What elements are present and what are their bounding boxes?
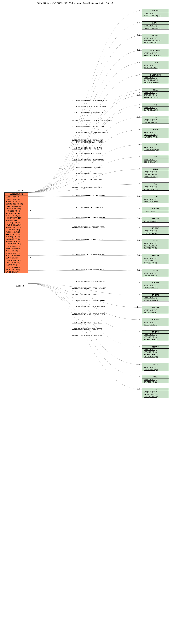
entity-field: APPLK [CHAR (1)]	[142, 351, 169, 353]
relationship-label: VVOZINSSUMFN-VBUND = T880-RCOMP	[72, 186, 103, 188]
entity-title: TTXJ	[142, 388, 169, 391]
entity-but0bk: BUT0BKMANDT [CLNT (3)]PARTNER [CHAR (10)…	[142, 34, 169, 44]
relationship-label: VVOZINSSUMFN-EMGPA = BUT000-PARTNER	[72, 100, 107, 101]
relationship-label: VVOZINSSUMFN-IKEY = TFK056A-IKEY	[72, 294, 102, 295]
relationship-label: VVOZINSSUMFN-GSBER = TGSB-GSBER	[72, 322, 103, 324]
entity-title: TFK001P	[142, 227, 169, 230]
entity-title: T036	[142, 155, 169, 158]
relationship-label: VVOZINSSUMFN-SPART = TSPA-SPART	[72, 328, 102, 330]
entity-t007a: T007AMANDT [CLNT (3)]KALSM [CHAR (6)]MWS…	[142, 128, 169, 138]
entity-title: J_1BBRANCH	[142, 74, 169, 76]
entity-field: SPERZ [CHAR (1)]	[4, 247, 28, 250]
entity-tfk056a: TFK056AMANDT [CLNT (3)]IKEY [CHAR (2)]	[142, 306, 169, 314]
entity-t880: T880MANDT [CLNT (3)]RCOMP [CHAR (6)]	[142, 182, 169, 190]
entity-title: T005	[142, 116, 169, 119]
entity-tfk047a: TFK047AMANDT [CLNT (3)]MAHNV [CHAR (2)]	[142, 281, 169, 289]
entity-field: STRKZ [CHAR (2)]	[4, 268, 28, 271]
entity-title: T880	[142, 183, 169, 186]
relationship-label: VVOZINSSUMFN-VKONT = FKKVK-VKONT	[72, 126, 104, 127]
entity-field: TXJCD [CHAR (15)]	[142, 396, 169, 398]
entity-field: MANDT [CLNT (3)]	[142, 348, 169, 351]
entity-field: MANDT [CLNT (3)]	[142, 158, 169, 161]
entity-field: MAHNV [CHAR (2)]	[4, 238, 28, 240]
cardinality-label: 0..N	[137, 49, 140, 51]
cardinality-label: 0..N	[28, 210, 31, 212]
entity-t059q: T059QMANDT [CLNT (3)]LAND1 [CHAR (3)]QSS…	[142, 168, 169, 178]
entity-field: MANDT [CLNT (3)]	[142, 230, 169, 232]
entity-tfk000k: TFK000KKONTT [CHAR (2)]	[142, 207, 169, 213]
entity-field: BKVID [CHAR (4)]	[142, 42, 169, 44]
entity-title: BUT000	[142, 22, 169, 25]
entity-field: RCOMP [CHAR (6)]	[142, 188, 169, 190]
entity-field: BUPLA [CHAR (4)]	[4, 200, 28, 203]
entity-field: CLIENT [CLNT (3)]	[142, 25, 169, 27]
relationship-label: VVOZINSSUMFN-AUGRD = TFK001A-AUGRD	[72, 216, 106, 218]
entity-field: GPART [CHAR (10)]	[4, 205, 28, 208]
entity-field: MANDT [CLNT (3)]	[142, 92, 169, 94]
cardinality-label: 0..N	[137, 208, 140, 209]
entity-title: TFK047A	[142, 281, 169, 284]
entity-title: TCURC	[142, 195, 169, 198]
entity-field: MANDT [CLNT (3)]	[142, 272, 169, 274]
entity-field: BUKRS [CHAR (4)]	[142, 109, 169, 111]
entity-field: PARTNER [CHAR (10)]	[142, 39, 169, 42]
entity-title: SKA1	[142, 88, 169, 92]
cardinality-label: 1	[28, 260, 29, 262]
cardinality-label: 1..N	[137, 22, 140, 24]
cardinality-label: 1	[137, 306, 138, 308]
cardinality-label: 0..N	[137, 74, 140, 76]
entity-title: TFK056S	[142, 318, 169, 321]
entity-field: FDGRP [CHAR (10)]	[4, 243, 28, 245]
entity-t035: T035MANDT [CLNT (3)]GRUPP [CHAR (10)]	[142, 143, 169, 151]
entity-field: GRUPP [CHAR (10)]	[142, 148, 169, 151]
entity-field: LAND1 [CHAR (3)]	[142, 173, 169, 176]
entity-field: SEGMENT [CHAR (10)]	[142, 54, 169, 57]
entity-tcurc: TCURCMANDT [CLNT (3)]WAERS [CUKY (5)]	[142, 195, 169, 203]
entity-title: TFK003	[142, 239, 169, 242]
entity-field: BLART [CHAR (2)]	[142, 247, 169, 249]
entity-field: MANDT [CLNT (3)]	[142, 64, 169, 66]
entity-field: LAND1 [CHAR (3)]	[142, 121, 169, 124]
entity-field: HKONT [CHAR (10)]	[4, 217, 28, 219]
relationship-label: VVOZINSSUMFN-BUPLA = J_1BBRANCH-BRANCH	[72, 132, 110, 134]
cardinality-label: 0..N	[137, 106, 140, 108]
entity-field: PERSL [CHAR (4)]	[4, 233, 28, 236]
entity-field: MANDT [CLNT (3)]	[142, 378, 169, 381]
left-cardinality-top: 0..N 0..N 0..N	[16, 190, 25, 192]
entity-field: MANDT [CLNT (3)]	[142, 146, 169, 148]
entity-tfk007f: TFK007FMANDT [CLNT (3)]LAND [CHAR (3)]ST…	[142, 254, 169, 264]
cardinality-label: 0..N	[137, 94, 140, 96]
cardinality-label: 0..N	[137, 89, 140, 90]
entity-field: BUKRS [CHAR (4)]	[142, 79, 169, 81]
entity-field: EMGPA [CHAR (10)]	[4, 259, 28, 262]
entity-ttxj: TTXJMANDT [CLNT (3)]KALSM [CHAR (6)]TXJC…	[142, 388, 169, 398]
entity-field: MANDT [CLNT (3)]	[142, 131, 169, 134]
entity-field: MANDT [CLNT (3)]	[142, 186, 169, 188]
entity-title: VVOZINSSUMFN	[4, 192, 28, 196]
cardinality-label: 0..N	[137, 156, 140, 158]
cardinality-label: 1	[28, 254, 29, 256]
cardinality-label: 0..N	[137, 218, 140, 219]
entity-field: IKEY [CHAR (2)]	[142, 311, 169, 314]
entity-field: APPLK [CHAR (1)]	[142, 244, 169, 247]
entity-field: TXJCD [CHAR (15)]	[4, 250, 28, 252]
entity-field: PERSL [CHAR (4)]	[142, 232, 169, 234]
cardinality-label: 0..N	[137, 116, 140, 118]
entity-field: TVORG [CHAR (4)]	[142, 356, 169, 358]
cardinality-label: 0..N	[137, 144, 140, 145]
entity-field: APPLK [CHAR (1)]	[142, 336, 169, 338]
entity-field: MANSP [CHAR (1)]	[4, 240, 28, 243]
relationship-label: VVOZINSSUMFN-KONTT = TFK000K-KONTT	[72, 207, 105, 208]
entity-title: FAGL_SEGM	[142, 49, 169, 52]
entity-field: VBUND [CHAR (6)]	[4, 252, 28, 254]
entity-title: BUT000	[142, 9, 169, 12]
cardinality-label: 1..N	[137, 196, 140, 197]
entity-field: KTOPL [CHAR (4)]	[142, 94, 169, 96]
relationship-label: VVOZINSSUMFN-PYBUK = T001-BUKRS	[72, 148, 102, 150]
entity-field: BUKRS [CHAR (4)]	[4, 196, 28, 198]
entity-field: PYBUK [CHAR (4)]	[4, 231, 28, 233]
entity-field: AUGRD [CHAR (2)]	[4, 236, 28, 238]
cardinality-label: 0..N	[137, 282, 140, 283]
entity-field: MWSKZ [CHAR (2)]	[4, 219, 28, 222]
cardinality-label: 0..N	[137, 254, 140, 256]
